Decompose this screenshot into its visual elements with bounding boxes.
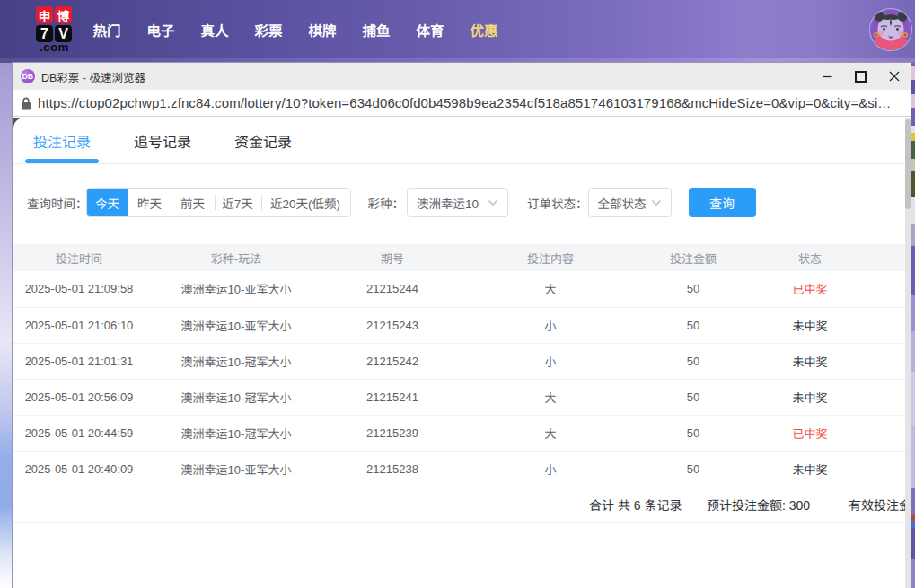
browser-window: DB DB彩票 - 极速浏览器 https://ctop02pchwp1.zfn… [12, 62, 911, 588]
cell-bet-content: 小 [457, 451, 644, 487]
nav-item-热门[interactable]: 热门 [80, 20, 134, 39]
time-range-group: 今天昨天前天近7天近20天(低频) [86, 188, 351, 217]
address-bar[interactable]: https://ctop02pchwp1.zfnc84.com/lottery/… [13, 90, 911, 117]
table-head: 投注时间彩种-玩法期号投注内容投注金额状态 [13, 244, 905, 271]
records-tabs: 投注记录追号记录资金记录 [13, 118, 905, 164]
cell-issue-number: 21215238 [328, 451, 457, 487]
time-option-近20天(低频)[interactable]: 近20天(低频) [261, 189, 350, 216]
cell-status: 已中奖 [743, 415, 877, 451]
query-button[interactable]: 查询 [689, 188, 756, 217]
cell-issue-number: 21215241 [328, 379, 457, 415]
nav-item-体育[interactable]: 体育 [403, 20, 457, 39]
table-row: 2025-05-01 21:01:31澳洲幸运10-冠军大小21215242小5… [13, 343, 905, 379]
tab-追号记录[interactable]: 追号记录 [134, 118, 191, 163]
browser-viewport: 投注记录追号记录资金记录 查询时间： 今天昨天前天近7天近20天(低频) 彩种：… [13, 118, 911, 588]
scrollbar-thumb[interactable] [905, 119, 911, 209]
time-option-今天[interactable]: 今天 [87, 189, 128, 216]
minimize-button[interactable] [811, 63, 844, 90]
table-header-row: 投注时间彩种-玩法期号投注内容投注金额状态 [13, 244, 905, 271]
cell-bet-time: 2025-05-01 20:44:59 [13, 415, 145, 451]
cell-bet-amount: 50 [644, 415, 743, 451]
cell-bet-content: 大 [457, 379, 644, 415]
cell-bet-amount: 50 [644, 307, 743, 343]
order-status-value: 全部状态 [598, 194, 647, 212]
table-row: 2025-05-01 20:56:09澳洲幸运10-冠军大小21215241大5… [13, 379, 905, 415]
cell-bet-content: 小 [457, 343, 644, 379]
lottery-filter-label: 彩种： [368, 194, 405, 212]
cell-bet-time: 2025-05-01 21:01:31 [13, 343, 145, 379]
chevron-down-icon [488, 199, 498, 206]
screen: 申 博 7 V .com 热门电子真人彩票棋牌捕鱼体育优惠 [0, 0, 915, 588]
summary-expected-amount: 预计投注金额: 300 [707, 487, 810, 523]
nav-item-彩票[interactable]: 彩票 [242, 20, 295, 39]
cell-spacer [877, 271, 905, 307]
cell-issue-number: 21215239 [328, 415, 457, 451]
cell-bet-time: 2025-05-01 21:09:58 [13, 271, 145, 307]
column-header-投注金额: 投注金额 [644, 244, 743, 271]
table-body: 2025-05-01 21:09:58澳洲幸运10-亚军大小21215244大5… [13, 271, 905, 487]
cell-bet-amount: 50 [644, 379, 743, 415]
records-table: 投注时间彩种-玩法期号投注内容投注金额状态 2025-05-01 21:09:5… [13, 244, 905, 487]
cell-bet-amount: 50 [644, 271, 743, 307]
close-button[interactable] [877, 63, 911, 90]
nav-item-优惠[interactable]: 优惠 [457, 20, 511, 39]
page-scrollbar[interactable] [905, 118, 911, 588]
time-option-昨天[interactable]: 昨天 [128, 189, 172, 216]
cell-game-play: 澳洲幸运10-亚军大小 [145, 307, 328, 343]
user-avatar[interactable] [868, 7, 913, 52]
tab-投注记录[interactable]: 投注记录 [33, 118, 91, 163]
logo-tile-bo: 博 [55, 6, 72, 23]
avatar-image [868, 7, 913, 52]
cell-spacer [877, 379, 905, 415]
nav-item-真人[interactable]: 真人 [188, 20, 242, 39]
table-row: 2025-05-01 20:44:59澳洲幸运10-冠军大小21215239大5… [13, 415, 905, 451]
summary-total-records: 合计 共 6 条记录 [589, 487, 682, 523]
cell-issue-number: 21215243 [328, 307, 457, 343]
order-status-select[interactable]: 全部状态 [588, 188, 672, 217]
cell-game-play: 澳洲幸运10-冠军大小 [145, 343, 328, 379]
cell-status: 未中奖 [743, 307, 877, 343]
browser-favicon: DB [21, 69, 35, 83]
table-row: 2025-05-01 21:09:58澳洲幸运10-亚军大小21215244大5… [13, 271, 905, 307]
cell-issue-number: 21215244 [328, 271, 457, 307]
cell-game-play: 澳洲幸运10-亚军大小 [145, 271, 328, 307]
window-titlebar[interactable]: DB DB彩票 - 极速浏览器 [13, 63, 911, 90]
site-nav-menu: 热门电子真人彩票棋牌捕鱼体育优惠 [80, 0, 511, 58]
logo-tile-shen: 申 [36, 6, 53, 23]
order-status-label: 订单状态： [527, 194, 588, 212]
cell-bet-content: 大 [457, 271, 644, 307]
time-filter-label: 查询时间： [27, 194, 88, 212]
nav-item-电子[interactable]: 电子 [134, 20, 188, 39]
cell-bet-time: 2025-05-01 20:56:09 [13, 379, 145, 415]
column-header-彩种-玩法: 彩种-玩法 [145, 244, 328, 271]
cell-spacer [877, 451, 905, 487]
window-title: DB彩票 - 极速浏览器 [41, 68, 145, 85]
cell-status: 未中奖 [743, 343, 877, 379]
nav-item-棋牌[interactable]: 棋牌 [295, 20, 349, 39]
lottery-select-value: 澳洲幸运10 [417, 194, 479, 212]
column-header-期号: 期号 [328, 244, 457, 271]
lottery-select[interactable]: 澳洲幸运10 [407, 188, 508, 217]
tab-资金记录[interactable]: 资金记录 [234, 118, 292, 163]
filter-bar: 查询时间： 今天昨天前天近7天近20天(低频) 彩种： 澳洲幸运10 订单状态：… [13, 188, 905, 217]
column-header-状态: 状态 [743, 244, 877, 271]
cell-bet-time: 2025-05-01 21:06:10 [13, 307, 145, 343]
chevron-down-icon [651, 199, 662, 206]
time-option-前天[interactable]: 前天 [172, 189, 215, 216]
cell-spacer [877, 307, 905, 343]
cell-bet-amount: 50 [644, 451, 743, 487]
cell-bet-amount: 50 [644, 343, 743, 379]
cell-status: 已中奖 [743, 271, 877, 307]
records-panel: 投注记录追号记录资金记录 查询时间： 今天昨天前天近7天近20天(低频) 彩种：… [13, 118, 905, 588]
cell-status: 未中奖 [743, 379, 877, 415]
site-logo[interactable]: 申 博 7 V .com [36, 6, 73, 54]
cell-game-play: 澳洲幸运10-亚军大小 [145, 451, 328, 487]
nav-item-捕鱼[interactable]: 捕鱼 [349, 20, 403, 39]
time-option-近7天[interactable]: 近7天 [215, 189, 261, 216]
maximize-icon [855, 71, 867, 83]
table-summary-row: 合计 共 6 条记录 预计投注金额: 300 有效投注金额: 300 [13, 487, 905, 523]
column-header-spacer [877, 244, 905, 271]
maximize-button[interactable] [844, 63, 877, 90]
cell-status: 未中奖 [743, 451, 877, 487]
close-icon [889, 71, 900, 82]
